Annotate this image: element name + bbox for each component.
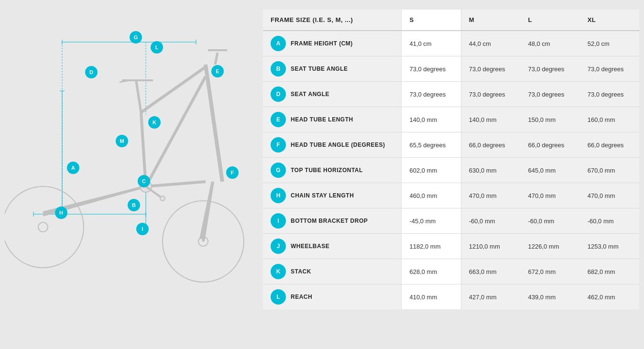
node-E: E xyxy=(211,65,224,77)
svg-line-30 xyxy=(215,53,218,65)
row-badge-A: A xyxy=(271,36,286,51)
row-value-S: 1182,0 mm xyxy=(402,234,461,259)
row-value-XL: 73,0 degrees xyxy=(580,82,639,107)
row-value-S: 73,0 degrees xyxy=(402,82,461,107)
row-label-cell: A FRAME HEIGHT (CM) xyxy=(263,31,402,56)
row-value-S: 628,0 mm xyxy=(402,259,461,284)
row-badge-L: L xyxy=(271,289,286,305)
node-H: H xyxy=(55,207,67,219)
row-value-M: 66,0 degrees xyxy=(461,132,520,158)
row-value-M: -60,0 mm xyxy=(461,208,520,234)
row-value-XL: 682,0 mm xyxy=(580,259,639,284)
row-value-XL: 160,0 mm xyxy=(580,107,639,132)
size-l-header[interactable]: L xyxy=(520,10,579,31)
row-value-S: -45,0 mm xyxy=(402,208,461,234)
row-badge-I: I xyxy=(271,213,286,229)
table-row: F HEAD TUBE ANGLE (DEGREES) 65,5 degrees… xyxy=(263,132,639,158)
row-label-text: REACH xyxy=(291,294,312,300)
row-value-L: 66,0 degrees xyxy=(520,132,579,158)
node-F: F xyxy=(226,166,239,179)
node-I: I xyxy=(136,223,149,235)
row-value-S: 602,0 mm xyxy=(402,158,461,183)
row-value-L: 73,0 degrees xyxy=(520,82,579,107)
row-value-L: 73,0 degrees xyxy=(520,56,579,82)
row-label-text: SEAT ANGLE xyxy=(291,91,329,98)
node-D: D xyxy=(85,66,98,78)
row-label-cell: B SEAT TUBE ANGLE xyxy=(263,56,402,82)
table-row: I BOTTOM BRACKET DROP -45,0 mm-60,0 mm-6… xyxy=(263,208,639,234)
table-row: H CHAIN STAY LENGTH 460,0 mm470,0 mm470,… xyxy=(263,183,639,208)
row-value-XL: -60,0 mm xyxy=(580,208,639,234)
row-value-L: 48,0 cm xyxy=(520,31,579,56)
row-value-M: 73,0 degrees xyxy=(461,56,520,82)
size-xl-header[interactable]: XL xyxy=(580,10,639,31)
row-label-cell: L REACH xyxy=(263,284,402,310)
table-row: E HEAD TUBE LENGTH 140,0 mm140,0 mm150,0… xyxy=(263,107,639,132)
node-B: B xyxy=(128,199,140,211)
row-badge-H: H xyxy=(271,188,286,203)
row-value-XL: 462,0 mm xyxy=(580,284,639,310)
row-label-cell: F HEAD TUBE ANGLE (DEGREES) xyxy=(263,132,402,158)
row-value-XL: 470,0 mm xyxy=(580,183,639,208)
main-container: A B C D E F G H I K L M FRAME SIZE (I.E.… xyxy=(0,0,644,349)
frame-size-header: FRAME SIZE (I.E. S, M, ...) xyxy=(263,10,402,31)
row-value-L: -60,0 mm xyxy=(520,208,579,234)
node-L: L xyxy=(151,41,163,54)
row-label-cell: D SEAT ANGLE xyxy=(263,82,402,107)
table-row: D SEAT ANGLE 73,0 degrees73,0 degrees73,… xyxy=(263,82,639,107)
row-value-M: 663,0 mm xyxy=(461,259,520,284)
table-row: A FRAME HEIGHT (CM) 41,0 cm44,0 cm48,0 c… xyxy=(263,31,639,56)
row-value-S: 140,0 mm xyxy=(402,107,461,132)
row-value-S: 460,0 mm xyxy=(402,183,461,208)
table-row: J WHEELBASE 1182,0 mm1210,0 mm1226,0 mm1… xyxy=(263,234,639,259)
row-label-text: STACK xyxy=(291,268,311,275)
row-value-XL: 1253,0 mm xyxy=(580,234,639,259)
spec-table-wrap: FRAME SIZE (I.E. S, M, ...) S M L XL xyxy=(253,10,639,339)
row-value-M: 1210,0 mm xyxy=(461,234,520,259)
svg-line-13 xyxy=(206,65,222,182)
size-m-header[interactable]: M xyxy=(461,10,520,31)
svg-point-23 xyxy=(5,186,84,268)
table-row: K STACK 628,0 mm663,0 mm672,0 mm682,0 mm xyxy=(263,259,639,284)
table-body: A FRAME HEIGHT (CM) 41,0 cm44,0 cm48,0 c… xyxy=(263,31,639,309)
row-value-M: 630,0 mm xyxy=(461,158,520,183)
svg-point-25 xyxy=(38,222,48,232)
row-value-M: 470,0 mm xyxy=(461,183,520,208)
bike-svg xyxy=(5,10,249,339)
row-value-S: 65,5 degrees xyxy=(402,132,461,158)
row-badge-E: E xyxy=(271,112,286,127)
row-label-cell: I BOTTOM BRACKET DROP xyxy=(263,208,402,234)
node-C: C xyxy=(138,175,150,187)
row-value-S: 410,0 mm xyxy=(402,284,461,310)
row-value-L: 672,0 mm xyxy=(520,259,579,284)
svg-line-16 xyxy=(146,76,206,186)
row-label-text: FRAME HEIGHT (CM) xyxy=(291,40,353,47)
size-s-header[interactable]: S xyxy=(402,10,461,31)
row-label-text: TOP TUBE HORIZONTAL xyxy=(291,167,363,174)
svg-line-15 xyxy=(146,182,206,186)
row-value-L: 645,0 mm xyxy=(520,158,579,183)
row-value-L: 150,0 mm xyxy=(520,107,579,132)
row-label-text: WHEELBASE xyxy=(291,243,329,250)
row-value-XL: 670,0 mm xyxy=(580,158,639,183)
row-value-L: 439,0 mm xyxy=(520,284,579,310)
row-value-L: 1226,0 mm xyxy=(520,234,579,259)
table-row: G TOP TUBE HORIZONTAL 602,0 mm630,0 mm64… xyxy=(263,158,639,183)
node-A: A xyxy=(67,162,79,174)
row-value-M: 140,0 mm xyxy=(461,107,520,132)
row-value-M: 427,0 mm xyxy=(461,284,520,310)
row-label-text: HEAD TUBE ANGLE (DEGREES) xyxy=(291,142,385,148)
row-label-cell: G TOP TUBE HORIZONTAL xyxy=(263,158,402,183)
row-value-XL: 52,0 cm xyxy=(580,31,639,56)
row-badge-J: J xyxy=(271,239,286,254)
row-badge-G: G xyxy=(271,163,286,178)
spec-table: FRAME SIZE (I.E. S, M, ...) S M L XL xyxy=(263,10,639,309)
row-badge-D: D xyxy=(271,87,286,102)
row-value-M: 44,0 cm xyxy=(461,31,520,56)
row-value-XL: 66,0 degrees xyxy=(580,132,639,158)
row-label-text: HEAD TUBE LENGTH xyxy=(291,116,353,123)
table-header-row: FRAME SIZE (I.E. S, M, ...) S M L XL xyxy=(263,10,639,31)
row-value-XL: 73,0 degrees xyxy=(580,56,639,82)
row-badge-K: K xyxy=(271,264,286,279)
row-label-text: BOTTOM BRACKET DROP xyxy=(291,218,368,224)
